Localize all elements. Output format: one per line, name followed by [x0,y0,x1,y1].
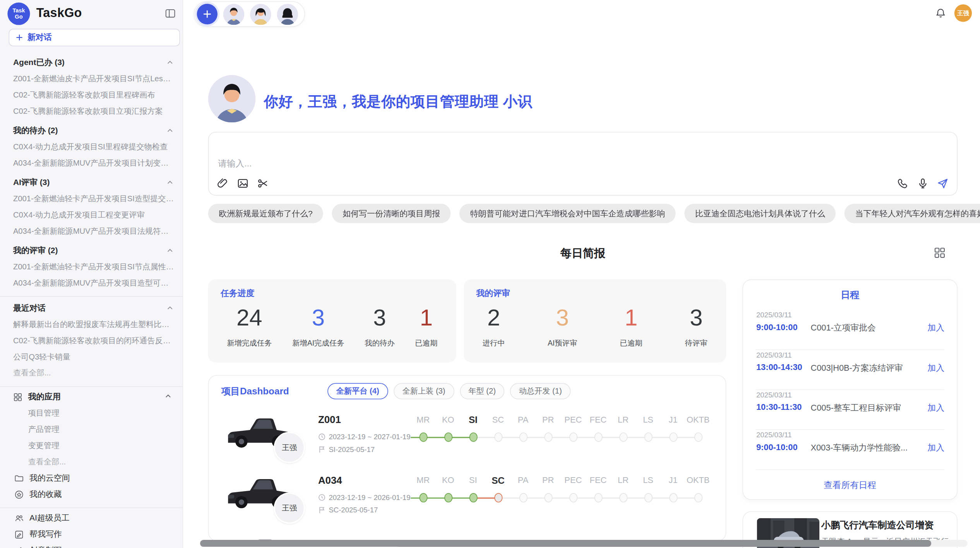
milestone-node[interactable] [519,432,527,442]
attachment-icon[interactable] [217,178,229,190]
scissors-icon[interactable] [257,178,269,190]
milestone-node[interactable] [494,432,502,442]
sidebar-item[interactable]: A034-全新新能源MUV产品开发项目造型可行性评审 [0,275,183,291]
sidebar-item-cloud-space[interactable]: 我的云空间 [0,470,183,486]
horizontal-scrollbar-thumb[interactable] [200,540,931,547]
recent-chats-title: 最近对话 [13,303,166,314]
recent-view-all[interactable]: 查看全部... [0,365,183,381]
milestone-node[interactable] [444,493,452,502]
app-item[interactable]: 项目管理 [0,405,183,421]
dashboard-tab[interactable]: 全新平台 (4) [327,383,388,399]
male-avatar[interactable] [223,3,244,25]
milestone-node[interactable] [444,432,452,442]
join-button[interactable]: 加入 [927,442,944,454]
milestone-node[interactable] [544,493,552,502]
chevron-up-icon[interactable] [166,127,174,134]
sidebar-item[interactable]: Z001-全新燃油皮卡产品开发项目SI节点Lesson Learn报告 [0,70,183,87]
collapse-sidebar-icon[interactable] [165,8,175,19]
milestone-node[interactable] [669,432,677,442]
sidebar-tool-item[interactable]: 创意制图 [0,543,183,548]
milestone-node[interactable] [644,493,652,502]
milestone-node[interactable] [694,493,702,502]
clock-icon [318,494,326,501]
milestone-node[interactable] [619,432,627,442]
milestone-node[interactable] [619,493,627,502]
new-agent-button[interactable] [197,4,218,24]
chevron-up-icon[interactable] [166,304,174,312]
suggestion-chip[interactable]: 特朗普可能对进口汽车增税会对中国车企造成哪些影响 [459,204,676,223]
milestone-node[interactable] [494,493,502,502]
milestone-node[interactable] [669,493,677,502]
suggestion-chip[interactable]: 当下年轻人对汽车外观有怎样的喜好趋势 [845,204,980,223]
milestone-node[interactable] [594,493,602,502]
milestone-node[interactable] [594,432,602,442]
dashboard-tab[interactable]: 年型 (2) [460,383,505,399]
new-chat-button[interactable]: 新对话 [9,29,180,46]
sidebar-item-favorites[interactable]: 我的收藏 [0,486,183,502]
milestone-timeline: MRKOSISCPAPRPECFECLRLSJ1OKTB [411,474,711,504]
apps-view-all[interactable]: 查看全部... [0,454,183,470]
chat-input[interactable]: 请输入... [208,132,958,196]
milestone-node[interactable] [544,432,552,442]
sidebar-item-my-apps[interactable]: 我的应用 [0,389,183,405]
sidebar-item[interactable]: A034-全新新能源MUV产品开发项目法规符合性评审 [0,223,183,239]
chevron-up-icon[interactable] [166,247,174,254]
stat-label: 进行中 [483,338,505,349]
dashboard-tab[interactable]: 全新上装 (3) [394,383,454,399]
milestone-node[interactable] [569,493,577,502]
project-row[interactable]: 王强A0342023-12-19 ~ 2026-01-19SC-2025-05-… [209,469,725,529]
send-icon[interactable] [937,178,949,190]
notification-bell-icon[interactable] [935,7,946,19]
milestone-node[interactable] [419,493,427,502]
sidebar-tool-item[interactable]: 帮我写作 [0,526,183,543]
recent-chat-item[interactable]: 解释最新出台的欧盟报废车法规再生塑料比例被调至15%... [0,316,183,332]
layout-toggle-icon[interactable] [934,247,946,259]
app-item[interactable]: 变更管理 [0,437,183,454]
sidebar-item[interactable]: A034-全新新能源MUV产品开发项目计划变更表编写 [0,155,183,171]
recent-chat-item[interactable]: C02-飞腾新能源轻客改款项目的闭环通告反馈情况 [0,332,183,349]
suggestion-chip[interactable]: 欧洲新规最近颁布了什么? [208,204,324,223]
sidebar-item[interactable]: C02-飞腾新能源轻客改款项目立项汇报方案 [0,103,183,119]
join-button[interactable]: 加入 [927,322,944,334]
milestone-node[interactable] [519,493,527,502]
stat-value: 1 [420,304,433,332]
milestone-node[interactable] [469,493,477,502]
chevron-up-icon[interactable] [164,392,174,401]
image-icon[interactable] [237,178,249,190]
sidebar-item[interactable]: C0X4-动力总成开发项目工程变更评审 [0,207,183,223]
divider [0,507,183,508]
suggestion-chip[interactable]: 如何写一份清晰的项目周报 [332,204,451,223]
dashboard-tab[interactable]: 动总开发 (1) [510,383,571,399]
milestone-node[interactable] [694,432,702,442]
female-avatar-1[interactable] [250,3,271,25]
milestone-node[interactable] [469,432,477,442]
sidebar-item[interactable]: Z001-全新燃油轻卡产品开发项目SI造型提交物评审 [0,191,183,207]
user-avatar[interactable]: 王强 [954,4,972,22]
chevron-up-icon[interactable] [166,59,174,66]
sidebar-item[interactable]: C02-飞腾新能源轻客改款项目里程碑画布 [0,87,183,103]
chat-input-placeholder: 请输入... [218,158,252,170]
female-avatar-2[interactable] [277,3,298,25]
chevron-up-icon[interactable] [166,179,174,186]
milestone-label: SC [486,413,511,427]
app-item[interactable]: 产品管理 [0,421,183,437]
milestone-label: MR [411,474,436,488]
suggestion-chip[interactable]: 比亚迪全固态电池计划具体说了什么 [685,204,836,223]
milestone-node[interactable] [569,432,577,442]
folder-icon [14,473,24,483]
task-progress-card: 任务进度24新增完成任务3新增AI完成任务3我的待办1已逾期 [208,279,456,363]
sidebar-section-title: 我的待办 (2) [13,125,166,136]
join-button[interactable]: 加入 [927,363,944,374]
sidebar-item[interactable]: C0X4-动力总成开发项目SI里程碑提交物检查 [0,139,183,155]
phone-icon[interactable] [897,178,909,190]
sidebar-tool-item[interactable]: AI超级员工 [0,510,183,526]
daily-briefing-title: 每日简报 [208,246,958,261]
milestone-node[interactable] [419,432,427,442]
join-button[interactable]: 加入 [927,402,944,414]
milestone-node[interactable] [644,432,652,442]
view-all-schedule-link[interactable]: 查看所有日程 [743,480,957,491]
sidebar-item[interactable]: Z001-全新燃油轻卡产品开发项目SI节点属性5D文件评审 [0,259,183,275]
recent-chat-item[interactable]: 公司Q3轻卡销量 [0,349,183,365]
microphone-icon[interactable] [917,178,929,190]
project-row[interactable]: 王强Z0012023-12-19 ~ 2027-01-19SI-2025-05-… [209,408,725,469]
